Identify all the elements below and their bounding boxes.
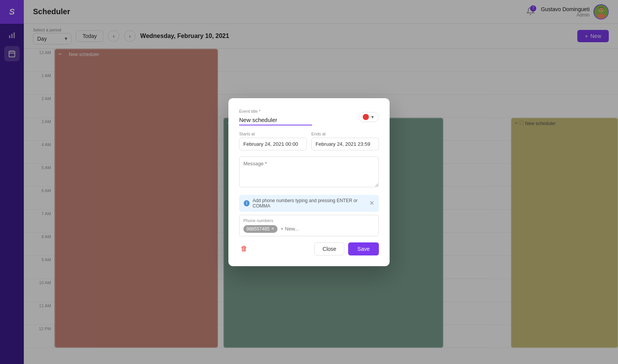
ends-at-field: Ends at <box>311 132 379 150</box>
message-row <box>239 156 379 189</box>
close-button[interactable]: Close <box>314 242 344 255</box>
phone-input-area[interactable]: Phone numbers 988557485 ✕ <box>239 215 379 236</box>
dates-row: Starts at Ends at <box>239 132 379 150</box>
phone-new-input[interactable] <box>281 226 345 232</box>
starts-at-field: Starts at <box>239 132 307 150</box>
selected-color-dot <box>363 114 369 120</box>
footer-actions: Close Save <box>314 242 379 255</box>
event-title-label: Event title * <box>239 109 355 114</box>
ends-at-label: Ends at <box>311 132 379 136</box>
phone-hint-text: Add phone numbers typing and pressing EN… <box>253 198 369 209</box>
event-title-input[interactable] <box>239 115 312 125</box>
starts-at-label: Starts at <box>239 132 307 136</box>
close-hint-button[interactable]: ✕ <box>369 199 374 207</box>
phone-numbers-label: Phone numbers <box>243 218 375 223</box>
phone-number: 988557485 <box>246 226 269 232</box>
phone-tags: 988557485 ✕ <box>243 225 375 233</box>
ends-at-input[interactable] <box>311 138 379 150</box>
modal-overlay[interactable]: Event title * ▼ Starts at Ends at <box>0 0 618 364</box>
phone-tag-remove-button[interactable]: ✕ <box>271 226 274 231</box>
trash-icon: 🗑 <box>241 245 248 252</box>
info-icon: i <box>244 200 250 206</box>
phone-tag: 988557485 ✕ <box>243 225 278 233</box>
modal-footer: 🗑 Close Save <box>239 242 379 255</box>
delete-button[interactable]: 🗑 <box>239 243 249 254</box>
event-modal: Event title * ▼ Starts at Ends at <box>228 98 390 266</box>
phone-section: i Add phone numbers typing and pressing … <box>239 195 379 236</box>
color-picker-button[interactable]: ▼ <box>359 112 379 122</box>
modal-title-row: Event title * ▼ <box>239 109 379 125</box>
phone-hint-left: i Add phone numbers typing and pressing … <box>244 198 369 209</box>
starts-at-input[interactable] <box>239 138 307 150</box>
event-title-field-group: Event title * <box>239 109 355 125</box>
message-textarea[interactable] <box>239 156 379 187</box>
phone-hint: i Add phone numbers typing and pressing … <box>239 195 379 212</box>
save-button[interactable]: Save <box>348 242 379 255</box>
chevron-down-icon: ▼ <box>370 115 375 119</box>
